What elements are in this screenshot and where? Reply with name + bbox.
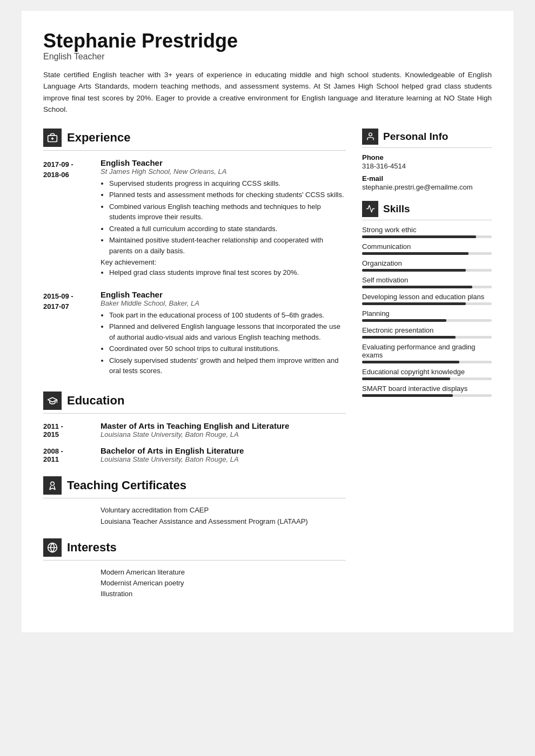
- experience-entries: 2017-09 -2018-06English TeacherSt James …: [43, 158, 346, 379]
- cert-entry-1: Louisiana Teacher Assistance and Assessm…: [43, 517, 346, 525]
- skill-item-3: Self motivation: [362, 276, 492, 288]
- education-section: Education 2011 -2015Master of Arts in Te…: [43, 392, 346, 463]
- resume-header: Stephanie Prestridge English Teacher Sta…: [43, 30, 492, 116]
- interest-spacer-2: [43, 590, 92, 598]
- skill-name-2: Organization: [362, 259, 492, 267]
- exp-bullet-0-0: Supervised students progress in acquirin…: [109, 178, 346, 189]
- skill-bar-fill-3: [362, 286, 472, 288]
- skill-name-0: Strong work ethic: [362, 226, 492, 234]
- interest-entry-2: Illustration: [43, 590, 346, 598]
- edu-dates-1: 2008 -2011: [43, 446, 92, 463]
- resume-container: Stephanie Prestridge English Teacher Sta…: [22, 11, 513, 632]
- interests-entries: Modern American literatureModernist Amer…: [43, 568, 346, 598]
- interest-entry-1: Modernist American poetry: [43, 579, 346, 587]
- experience-section: Experience 2017-09 -2018-06English Teach…: [43, 129, 346, 379]
- skill-bar-fill-6: [362, 336, 456, 339]
- skill-bar-bg-1: [362, 252, 492, 255]
- edu-degree-1: Bachelor of Arts in English Literature: [101, 446, 346, 455]
- exp-bullet-1-1: Planned and delivered English language l…: [109, 321, 346, 342]
- exp-job-title-1: English Teacher: [101, 290, 346, 299]
- exp-dates-0: 2017-09 -2018-06: [43, 158, 92, 280]
- personal-info-section: Personal Info Phone 318-316-4514 E-mail …: [362, 129, 492, 191]
- skill-bar-fill-7: [362, 361, 459, 363]
- experience-title: Experience: [67, 131, 130, 145]
- skills-icon: [362, 201, 378, 217]
- skill-bar-fill-8: [362, 377, 450, 380]
- certificates-icon: [43, 476, 62, 495]
- experience-entry-1: 2015-09 -2017-07English TeacherBaker Mid…: [43, 290, 346, 379]
- exp-key-achievement-label-0: Key achievement:: [101, 258, 346, 266]
- phone-label: Phone: [362, 153, 492, 161]
- interest-spacer-1: [43, 579, 92, 587]
- cert-entries: Voluntary accreditation from CAEPLouisia…: [43, 506, 346, 525]
- skill-bar-bg-3: [362, 286, 492, 288]
- personal-info-title: Personal Info: [383, 131, 448, 143]
- right-column: Personal Info Phone 318-316-4514 E-mail …: [362, 129, 492, 611]
- skill-item-7: Evaluating performance and grading exams: [362, 343, 492, 363]
- personal-info-header: Personal Info: [362, 129, 492, 145]
- exp-company-0: St James High School, New Orleans, LA: [101, 167, 346, 176]
- skill-bar-bg-5: [362, 319, 492, 322]
- interest-text-0: Modern American literature: [101, 568, 185, 576]
- skill-bar-fill-9: [362, 394, 453, 397]
- exp-company-1: Baker Middle School, Baker, LA: [101, 299, 346, 307]
- cert-text-1: Louisiana Teacher Assistance and Assessm…: [101, 517, 308, 525]
- exp-bullets-0: Supervised students progress in acquirin…: [101, 178, 346, 256]
- interest-spacer-0: [43, 568, 92, 576]
- interest-entry-0: Modern American literature: [43, 568, 346, 576]
- skill-name-4: Developing lesson and education plans: [362, 293, 492, 301]
- edu-content-0: Master of Arts in Teaching English and L…: [101, 421, 346, 438]
- exp-bullet-0-1: Planned tests and assessment methods for…: [109, 190, 346, 200]
- exp-ka-bullet-0-0: Helped grad class students improve final…: [109, 267, 346, 278]
- education-header: Education: [43, 392, 346, 410]
- skills-header: Skills: [362, 201, 492, 217]
- skills-entries: Strong work ethicCommunicationOrganizati…: [362, 226, 492, 397]
- exp-job-title-0: English Teacher: [101, 158, 346, 167]
- certificates-title: Teaching Certificates: [67, 478, 186, 492]
- interests-section: Interests Modern American literatureMode…: [43, 538, 346, 598]
- skill-bar-fill-5: [362, 319, 446, 322]
- exp-bullet-0-3: Created a full curriculum according to s…: [109, 224, 346, 234]
- skill-bar-bg-7: [362, 361, 492, 363]
- skill-bar-bg-0: [362, 235, 492, 238]
- certificates-divider: [43, 498, 346, 498]
- left-column: Experience 2017-09 -2018-06English Teach…: [43, 129, 346, 611]
- exp-bullet-1-0: Took part in the educational process of …: [109, 310, 346, 321]
- edu-dates-0: 2011 -2015: [43, 421, 92, 438]
- skills-divider: [362, 220, 492, 220]
- interest-text-2: Illustration: [101, 590, 132, 598]
- skill-bar-bg-4: [362, 302, 492, 305]
- edu-school-1: Louisiana State University, Baton Rouge,…: [101, 455, 346, 463]
- education-title: Education: [67, 394, 124, 408]
- skill-name-8: Educational copyright knowledge: [362, 368, 492, 376]
- education-entry-1: 2008 -2011Bachelor of Arts in English Li…: [43, 446, 346, 463]
- personal-info-icon: [362, 129, 378, 145]
- cert-entry-0: Voluntary accreditation from CAEP: [43, 506, 346, 514]
- exp-key-achievement-bullets-0: Helped grad class students improve final…: [101, 267, 346, 278]
- skill-bar-bg-6: [362, 336, 492, 339]
- skill-name-7: Evaluating performance and grading exams: [362, 343, 492, 359]
- interests-title: Interests: [67, 541, 117, 555]
- education-entry-0: 2011 -2015Master of Arts in Teaching Eng…: [43, 421, 346, 438]
- skill-bar-fill-0: [362, 235, 476, 238]
- skill-name-5: Planning: [362, 309, 492, 318]
- exp-bullet-0-2: Combined various English teaching method…: [109, 201, 346, 222]
- skill-bar-bg-9: [362, 394, 492, 397]
- education-icon: [43, 392, 62, 410]
- candidate-summary: State certified English teacher with 3+ …: [43, 69, 492, 116]
- interests-icon: [43, 538, 62, 557]
- skill-name-9: SMART board interactive displays: [362, 384, 492, 393]
- exp-bullet-0-4: Maintained positive student-teacher rela…: [109, 235, 346, 256]
- skill-name-1: Communication: [362, 242, 492, 251]
- certificates-section: Teaching Certificates Voluntary accredit…: [43, 476, 346, 525]
- experience-header: Experience: [43, 129, 346, 147]
- skill-item-2: Organization: [362, 259, 492, 272]
- interests-divider: [43, 560, 346, 561]
- svg-point-3: [51, 482, 55, 485]
- skill-bar-fill-4: [362, 302, 466, 305]
- candidate-name: Stephanie Prestridge: [43, 30, 492, 52]
- skill-name-6: Electronic presentation: [362, 326, 492, 334]
- exp-bullet-1-3: Closely supervised students' growth and …: [109, 355, 346, 376]
- exp-content-0: English TeacherSt James High School, New…: [101, 158, 346, 280]
- skills-section: Skills Strong work ethicCommunicationOrg…: [362, 201, 492, 397]
